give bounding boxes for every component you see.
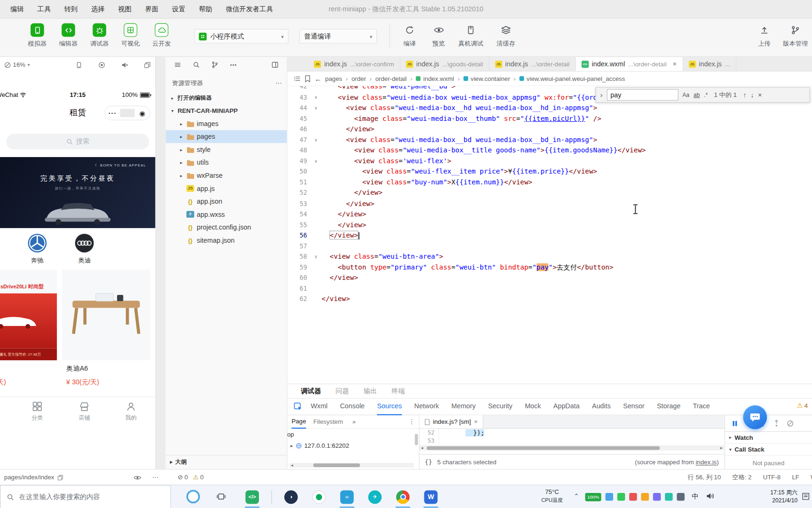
devtools-tab-sensor[interactable]: Sensor (623, 398, 644, 415)
code-line[interactable]: 61 (288, 283, 812, 294)
action-button-2[interactable]: 预览 (426, 24, 451, 48)
promo-banner[interactable]: ☾ BORN TO BE APPEAL 完美享受，不分昼夜 旅行一路，尊享不凡体… (0, 157, 156, 228)
more-icon[interactable]: ⋯ (275, 79, 281, 87)
code-line[interactable]: 46 </view> (288, 124, 812, 135)
tool-button-3[interactable]: 调试器 (87, 24, 112, 48)
battery-tray-indicator[interactable]: 100% (585, 492, 601, 501)
watch-section[interactable]: ▸ Watch (725, 432, 812, 444)
upload-button[interactable]: 上传 (752, 24, 777, 48)
tabbar-item-category[interactable]: 分类 (22, 401, 53, 421)
find-prev-button[interactable]: ↑ (743, 91, 746, 99)
tool-button-5[interactable]: 云开发 (149, 24, 174, 48)
code-line[interactable]: 52 </view> (288, 188, 812, 198)
step-out-button[interactable] (773, 420, 780, 427)
code-line[interactable]: 50 <view class="weui-flex__item price">¥… (288, 167, 812, 177)
debug-tab-调试器[interactable]: 调试器 (301, 387, 321, 396)
tray-icon-1[interactable] (605, 493, 613, 501)
sources-code-line[interactable]: 52 }); (420, 429, 725, 437)
breadcrumb-item-1[interactable]: pages (325, 75, 342, 82)
code-line[interactable]: 55 </view> (288, 220, 812, 230)
code-line[interactable]: 60 </view> (288, 273, 812, 284)
taskbar-app-5[interactable]: ✈ (366, 485, 383, 508)
cortana-button[interactable] (187, 490, 200, 503)
compile-mode-dropdown[interactable]: 普通编译 ▾ (299, 29, 377, 44)
toggle-replace-icon[interactable]: › (600, 91, 602, 99)
frame-node[interactable]: top (288, 429, 419, 440)
exit-button[interactable]: ◉ (135, 109, 150, 117)
fold-icon[interactable]: ∨ (310, 92, 321, 103)
scroll-left-icon[interactable]: ◂ (289, 463, 295, 468)
problems-summary[interactable]: ⊘0 ⚠0 (178, 469, 203, 485)
folder-item-wxParse[interactable]: ▸wxParse (166, 169, 287, 182)
breadcrumb-item-4[interactable]: index.wxml (416, 75, 454, 82)
file-item-app.wxss[interactable]: #app.wxss (166, 208, 287, 221)
tabbar-item-shop[interactable]: 店铺 (69, 401, 100, 421)
list-icon[interactable] (294, 75, 301, 82)
close-icon[interactable]: × (673, 60, 677, 68)
pretty-print-button[interactable]: {} (425, 459, 432, 466)
feedback-chat-bubble[interactable] (743, 405, 767, 429)
code-line-current[interactable]: 56 </view> (288, 230, 812, 241)
editor-tab-5[interactable]: JSindex.js... (683, 57, 736, 71)
code-line[interactable]: 53 </view> (288, 198, 812, 209)
sources-code[interactable]: 52 });53 (420, 429, 725, 445)
file-item-app.js[interactable]: JSapp.js (166, 182, 287, 195)
tray-icon-6[interactable] (677, 493, 685, 501)
open-editors-section[interactable]: ▸打开的编辑器 (166, 91, 287, 104)
tool-button-1[interactable]: 模拟器 (25, 24, 50, 48)
taskbar-app-wps[interactable]: W (422, 485, 439, 508)
menu-item-8[interactable]: 帮助 (193, 0, 219, 18)
record-icon[interactable] (98, 61, 106, 69)
folder-item-utils[interactable]: ▸utils (166, 156, 287, 169)
version-control-button[interactable]: 版本管理 (783, 24, 808, 48)
action-button-3[interactable]: 真机调试 (455, 24, 486, 48)
screenshot-icon[interactable] (143, 61, 151, 69)
encoding[interactable]: UTF-8 (763, 474, 781, 481)
devtools-tab-storage[interactable]: Storage (657, 398, 680, 415)
origin-node[interactable]: ▸ 127.0.0.1:62202 (288, 440, 419, 452)
tab-page[interactable]: Page (291, 415, 306, 429)
indent-setting[interactable]: 空格: 2 (732, 473, 751, 482)
code-line[interactable]: 51 <view class="buy-num">X{{item.num}}</… (288, 177, 812, 188)
panel-divider[interactable] (156, 57, 166, 469)
menu-item-2[interactable]: 工具 (31, 0, 57, 18)
tray-icon-4[interactable] (653, 493, 661, 501)
visibility-toggle[interactable] (133, 469, 141, 485)
devtools-tab-console[interactable]: Console (340, 398, 365, 415)
code-line[interactable]: 57 (288, 241, 812, 252)
code-line[interactable]: 62</view> (288, 294, 812, 305)
brand-item-audi[interactable]: 奥迪 (69, 233, 100, 265)
tool-button-2[interactable]: 编辑器 (56, 24, 81, 48)
search-icon[interactable] (193, 61, 200, 68)
mute-icon[interactable] (121, 61, 129, 69)
cursor-position[interactable]: 行 56, 列 10 (688, 473, 721, 482)
fold-icon[interactable]: ∨ (310, 135, 321, 145)
code-line[interactable]: 48 <view class="weui-media-box__title go… (288, 145, 812, 156)
git-branch-icon[interactable] (211, 61, 219, 68)
taskbar-app-2[interactable]: ◑ (282, 485, 300, 508)
tabbar-item-me[interactable]: 我的 (116, 401, 147, 421)
devtools-tab-network[interactable]: Network (414, 398, 439, 415)
scroll-left-icon[interactable]: ◂ (420, 445, 425, 450)
devtools-tab-security[interactable]: Security (488, 398, 513, 415)
menu-item-6[interactable]: 界面 (139, 0, 164, 18)
menu-item-3[interactable]: 转到 (58, 0, 84, 18)
tray-icon-3[interactable] (641, 493, 649, 501)
folder-item-images[interactable]: ▸images (166, 117, 287, 130)
taskbar-app-devtools[interactable]: </> (243, 485, 261, 508)
tray-icon-wechat[interactable] (617, 493, 625, 501)
debug-tab-终端[interactable]: 终端 (391, 387, 405, 396)
kebab-menu-icon[interactable]: ⋮ (409, 418, 415, 425)
code-line[interactable]: 58∨ <view class="weui-btn-area"> (288, 251, 812, 262)
close-icon[interactable]: × (474, 418, 478, 425)
code-line[interactable]: 49∨ <view class='weui-flex'> (288, 156, 812, 167)
copy-icon[interactable] (57, 475, 63, 480)
scrollbar[interactable] (415, 434, 418, 445)
deactivate-breakpoints-button[interactable] (787, 420, 794, 427)
devtools-tab-memory[interactable]: Memory (452, 398, 476, 415)
devtools-tab-sources[interactable]: Sources (377, 398, 402, 415)
editor-tab-2[interactable]: JSindex.js...\goods-detail (400, 57, 489, 71)
menu-item-1[interactable]: 编辑 (4, 0, 30, 18)
fold-icon[interactable]: ∨ (310, 251, 321, 262)
action-button-4[interactable]: 清缓存 (491, 24, 522, 48)
